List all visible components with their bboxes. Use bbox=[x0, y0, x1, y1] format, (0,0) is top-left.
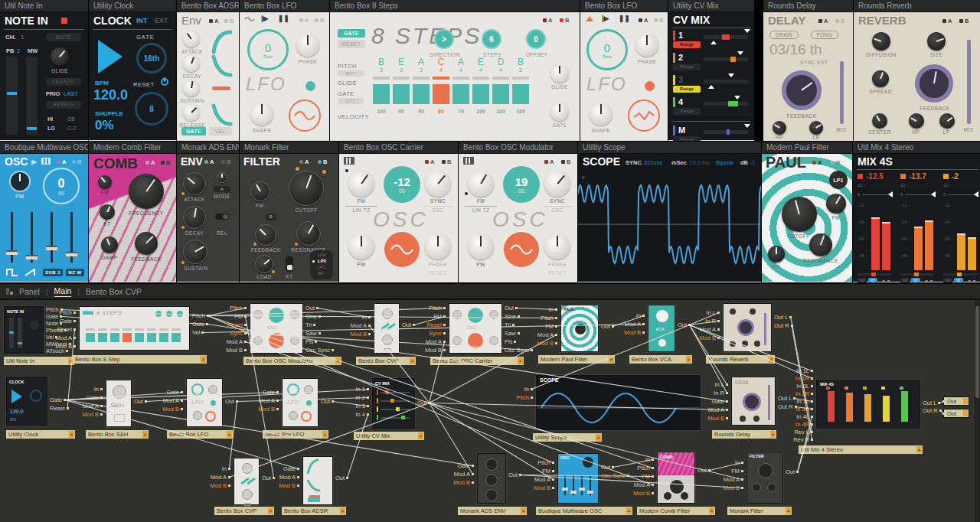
step-velocity[interactable]: 70 bbox=[452, 109, 469, 114]
cv-range-button[interactable]: Range bbox=[673, 136, 701, 141]
ab-toggle-a[interactable]: A bbox=[145, 159, 155, 166]
lp1-mode-button[interactable]: LP1 bbox=[829, 171, 848, 189]
block-utility-scope[interactable]: Utility Scope SCOPE SYNC ZCross mSec 13.… bbox=[578, 142, 761, 282]
ab-toggle-b[interactable]: B bbox=[560, 17, 569, 24]
input-port-mod-a[interactable]: Mod A bbox=[426, 471, 474, 478]
pause-icon[interactable]: ❚❚ bbox=[278, 15, 289, 22]
wave-slider-4[interactable] bbox=[70, 212, 73, 263]
legato-button[interactable]: LEGATO bbox=[46, 78, 81, 86]
cv-marker-up[interactable] bbox=[708, 85, 714, 89]
gate-ext-button[interactable]: EXT bbox=[338, 98, 364, 104]
module-label[interactable]: Bento Box S&H▴ bbox=[86, 430, 149, 439]
cv-marker-down[interactable] bbox=[744, 124, 750, 128]
block-util-note-in[interactable]: Util Note In NOTE IN CH. 1 MUTE PB 2 MW bbox=[0, 0, 88, 141]
pw-knob[interactable] bbox=[9, 171, 31, 192]
input-port-mod-a[interactable]: Mod A bbox=[136, 397, 183, 404]
step-velocity[interactable]: 100 bbox=[492, 109, 509, 114]
filter-mode-option[interactable]: LP4 bbox=[310, 252, 333, 258]
sustain-knob[interactable] bbox=[183, 80, 200, 96]
shape-knob[interactable] bbox=[590, 103, 612, 126]
step-velocity[interactable]: 100 bbox=[472, 109, 489, 114]
module-label[interactable]: Bento Box VCA▴ bbox=[629, 355, 692, 364]
cv-marker-down[interactable] bbox=[734, 96, 740, 100]
audio-out-terminal[interactable]: Out bbox=[943, 409, 969, 418]
solo-button[interactable]: S bbox=[911, 278, 920, 282]
block-header[interactable]: Utility Clock bbox=[89, 0, 176, 12]
pong-button[interactable]: PONG bbox=[811, 31, 838, 39]
input-port-mod-b[interactable]: Mod B bbox=[510, 340, 557, 347]
feedback-knob[interactable] bbox=[255, 224, 276, 246]
module-utility-clock[interactable]: CLOCK120.00% bbox=[6, 377, 47, 426]
vel-mode-button[interactable]: VEL bbox=[209, 127, 232, 135]
tune-knob[interactable]: 0 00 bbox=[43, 168, 80, 204]
midi-learn-indicator[interactable] bbox=[61, 18, 67, 24]
mode-knob[interactable] bbox=[217, 172, 227, 183]
retrigger-icon[interactable]: |▶ bbox=[31, 158, 37, 165]
output-port-out[interactable]: Out bbox=[417, 400, 465, 406]
input-port-mod-a[interactable]: Mod A bbox=[681, 406, 728, 413]
module-label[interactable]: Bento Box LFO▴ bbox=[167, 430, 233, 439]
channel-level-value[interactable]: -13.7 bbox=[909, 172, 926, 181]
mute-button[interactable]: M bbox=[900, 278, 910, 282]
tune-knob[interactable]: 19 00 bbox=[503, 166, 540, 203]
module-label[interactable]: Util Mix 4 Stereo▴ bbox=[799, 445, 923, 454]
delay-time-value[interactable]: 03/16 th bbox=[769, 41, 822, 58]
phase-knob[interactable] bbox=[425, 233, 451, 259]
input-port-mod-b[interactable]: Mod B bbox=[398, 347, 446, 354]
block-header[interactable]: Monark Filter bbox=[240, 142, 338, 154]
input-port-pitch[interactable]: Pitch bbox=[199, 305, 247, 312]
step-note[interactable]: E bbox=[472, 57, 489, 67]
input-port-gate[interactable]: Gate bbox=[136, 389, 183, 396]
input-port-mod-a[interactable]: Mod A bbox=[55, 403, 103, 409]
block-header[interactable]: Rounds Reverb bbox=[854, 0, 980, 12]
step-gate-cell[interactable] bbox=[433, 84, 449, 104]
module-label[interactable]: Utility CV Mix▴ bbox=[354, 432, 424, 440]
mute-button[interactable]: M bbox=[858, 278, 867, 282]
modwheel-slider[interactable] bbox=[26, 57, 38, 135]
pan-handle[interactable] bbox=[931, 191, 936, 197]
reset-label[interactable]: RESET bbox=[422, 270, 454, 276]
pan-handle[interactable] bbox=[974, 191, 978, 197]
wave-slider-1[interactable] bbox=[11, 212, 13, 263]
sync-knob[interactable] bbox=[425, 171, 451, 197]
input-port-in[interactable]: In bbox=[183, 465, 230, 472]
input-port-gate[interactable]: Gate bbox=[55, 394, 103, 401]
input-port-in-l[interactable]: In L bbox=[681, 381, 728, 388]
hi-value[interactable]: G8 bbox=[67, 116, 74, 122]
ab-toggle-a[interactable]: A bbox=[209, 18, 218, 24]
input-port-in-r[interactable]: In R bbox=[681, 390, 728, 396]
input-port-mod-a[interactable]: Mod A bbox=[231, 397, 279, 404]
ab-toggle-a[interactable]: A bbox=[812, 159, 822, 166]
step-gate-cell[interactable] bbox=[472, 84, 489, 104]
waveform-selector[interactable] bbox=[289, 100, 321, 132]
module-monark-filter[interactable]: FILTER bbox=[746, 452, 783, 504]
module-bento-box-cvp[interactable] bbox=[374, 303, 400, 354]
glide-knob[interactable] bbox=[51, 47, 69, 66]
pitchbend-slider[interactable] bbox=[6, 57, 18, 135]
input-port-mod-a[interactable]: Mod A bbox=[398, 338, 446, 345]
input-port-in-2[interactable]: In 2 bbox=[322, 394, 369, 401]
block-header[interactable]: Utility Scope bbox=[578, 142, 761, 154]
cv-marker-down[interactable] bbox=[728, 73, 734, 77]
cv-marker-down[interactable] bbox=[737, 51, 743, 55]
input-port-mod-a[interactable]: Mod A bbox=[199, 338, 247, 345]
module-label[interactable]: Bento Box CVP▴ bbox=[356, 357, 416, 365]
offset-knob[interactable]: 0 bbox=[526, 29, 546, 49]
kt-switch[interactable] bbox=[286, 256, 293, 272]
fm-knob[interactable] bbox=[468, 171, 494, 197]
pw-knob[interactable] bbox=[468, 233, 494, 259]
pan-slider[interactable] bbox=[905, 194, 933, 195]
step-octave[interactable]: 3 bbox=[512, 67, 529, 73]
pan-handle[interactable] bbox=[888, 191, 893, 197]
sync-mode[interactable]: SYNC EXT bbox=[800, 60, 828, 65]
input-port-pitch[interactable]: Pitch bbox=[398, 305, 446, 312]
input-port-rev-r[interactable]: Rev R bbox=[766, 436, 813, 443]
block-modern-paul[interactable]: Modern Paul Filter PAUL A B LP1 CUTOFF F… bbox=[762, 142, 852, 282]
ab-toggle-a[interactable]: A bbox=[639, 17, 648, 24]
lo-value[interactable]: C-2 bbox=[67, 126, 76, 131]
block-header[interactable]: Bento Box 8 Steps bbox=[330, 0, 580, 12]
pw-knob[interactable] bbox=[348, 233, 374, 259]
input-port-rev-l[interactable]: Rev L bbox=[766, 429, 813, 436]
module-label[interactable]: Rounds Reverb▴ bbox=[706, 355, 775, 364]
step-velocity[interactable]: 100 bbox=[373, 109, 390, 114]
